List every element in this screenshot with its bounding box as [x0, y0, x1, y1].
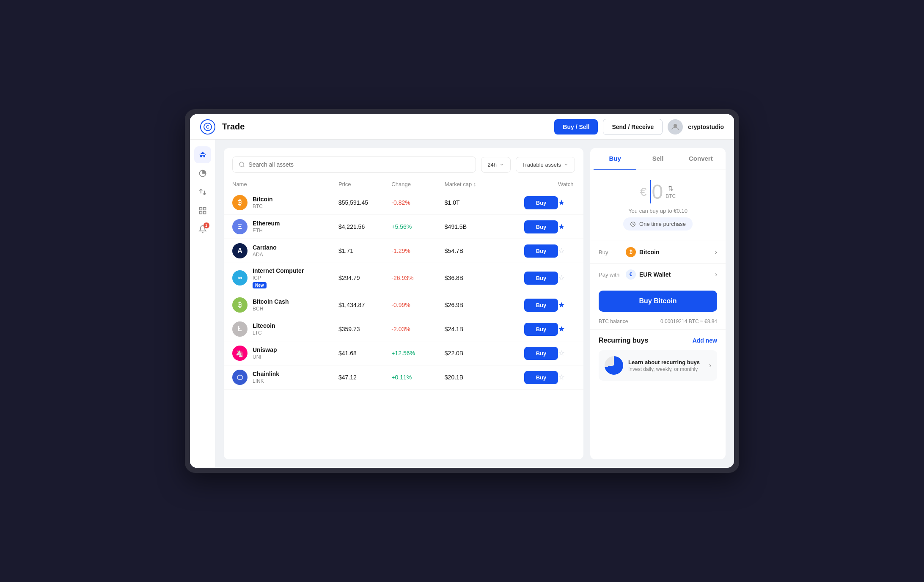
asset-change: -0.82%: [391, 199, 444, 206]
asset-market-cap: $36.8B: [445, 275, 524, 281]
search-input-wrap[interactable]: [232, 156, 476, 173]
buy-sell-button[interactable]: Buy / Sell: [554, 119, 598, 135]
amount-unit: ⇅ BTC: [666, 184, 676, 199]
asset-buy-button[interactable]: Buy: [524, 371, 558, 384]
buy-asset-value: ₿ Bitcoin: [626, 247, 715, 257]
asset-change: -0.99%: [391, 302, 444, 308]
asset-price: $1,434.87: [338, 302, 391, 308]
app-logo: C: [200, 119, 215, 135]
trade-tabs: Buy Sell Convert: [590, 148, 726, 170]
asset-info: Ł Litecoin LTC: [232, 321, 338, 337]
search-bar: 24h Tradable assets: [224, 148, 583, 173]
recurring-card[interactable]: Learn about recurring buys Invest daily,…: [599, 350, 717, 381]
asset-symbol: BCH: [253, 306, 289, 312]
asset-change: -1.29%: [391, 247, 444, 254]
one-time-purchase-button[interactable]: One time purchase: [623, 217, 693, 231]
asset-name: Chainlink: [253, 371, 279, 377]
asset-icon: Ł: [232, 321, 248, 337]
asset-name: Litecoin: [253, 322, 275, 329]
assets-panel: 24h Tradable assets Name Price Change: [224, 148, 583, 459]
asset-type-filter[interactable]: Tradable assets: [516, 157, 575, 173]
tab-convert[interactable]: Convert: [679, 148, 722, 170]
asset-buy-button[interactable]: Buy: [524, 220, 558, 233]
search-input[interactable]: [248, 161, 470, 168]
watchlist-star[interactable]: ☆: [558, 349, 575, 358]
asset-symbol: LTC: [253, 330, 275, 336]
watchlist-star[interactable]: ☆: [558, 246, 575, 255]
asset-symbol: ETH: [253, 228, 280, 233]
pay-with-value: € EUR Wallet: [626, 269, 715, 280]
table-row: A Cardano ADA $1.71 -1.29% $54.7B Buy ☆: [224, 239, 583, 263]
add-new-link[interactable]: Add new: [693, 337, 717, 344]
asset-symbol: UNI: [253, 354, 277, 360]
sidebar-item-notifications[interactable]: 1: [194, 221, 211, 238]
asset-buy-button[interactable]: Buy: [524, 244, 558, 258]
watchlist-star[interactable]: ☆: [558, 273, 575, 283]
recurring-icon: [605, 356, 623, 375]
amount-value: 0: [650, 180, 662, 203]
sidebar-item-portfolio[interactable]: [194, 165, 211, 182]
table-row: Ł Litecoin LTC $359.73 -2.03% $24.1B Buy…: [224, 317, 583, 341]
sidebar-item-home[interactable]: [194, 146, 211, 163]
svg-rect-4: [199, 208, 202, 210]
asset-buy-button[interactable]: Buy: [524, 272, 558, 285]
svg-point-2: [674, 124, 677, 127]
can-buy-text: You can buy up to €0.10: [628, 208, 688, 214]
asset-price: $47.12: [338, 374, 391, 381]
asset-info: 🦄 Uniswap UNI: [232, 346, 338, 361]
asset-icon: ∞: [232, 270, 248, 286]
watchlist-star[interactable]: ☆: [558, 373, 575, 382]
asset-buy-button[interactable]: Buy: [524, 299, 558, 312]
watchlist-star[interactable]: ★: [558, 300, 575, 310]
assets-table: Name Price Change Market cap ↕ Watch ₿ B…: [224, 173, 583, 395]
asset-buy-button[interactable]: Buy: [524, 347, 558, 360]
asset-price: $294.79: [338, 275, 391, 281]
sidebar-item-dashboard[interactable]: [194, 202, 211, 219]
currency-symbol: €: [640, 185, 647, 199]
asset-buy-button[interactable]: Buy: [524, 323, 558, 336]
asset-market-cap: $491.5B: [445, 223, 524, 230]
asset-icon: ₿: [232, 195, 248, 210]
chevron-right-icon-2: ›: [715, 271, 717, 278]
buy-asset-selector[interactable]: Buy ₿ Bitcoin ›: [590, 241, 726, 263]
recurring-section: Recurring buys Add new Learn about recur…: [590, 329, 726, 387]
tab-sell[interactable]: Sell: [636, 148, 679, 170]
pay-with-selector[interactable]: Pay with € EUR Wallet ›: [590, 263, 726, 286]
buy-bitcoin-button[interactable]: Buy Bitcoin: [599, 291, 717, 312]
amount-section: € 0 ⇅ BTC You can buy up to €0.10 One ti…: [590, 170, 726, 241]
asset-name: Cardano: [253, 244, 277, 251]
recurring-main: Learn about recurring buys: [628, 359, 704, 365]
asset-price: $359.73: [338, 326, 391, 332]
asset-info: ∞ Internet Computer ICP New: [232, 267, 338, 288]
asset-change: +5.56%: [391, 223, 444, 230]
asset-icon: A: [232, 243, 248, 258]
table-row: ⬡ Chainlink LINK $47.12 +0.11% $20.1B Bu…: [224, 365, 583, 390]
watchlist-star[interactable]: ★: [558, 222, 575, 231]
new-badge: New: [253, 282, 267, 288]
asset-symbol: ICP: [253, 275, 304, 281]
sidebar-item-transfer[interactable]: [194, 184, 211, 200]
time-filter[interactable]: 24h: [481, 157, 511, 173]
amount-display: € 0 ⇅ BTC: [640, 180, 676, 203]
tab-buy[interactable]: Buy: [594, 148, 636, 170]
asset-market-cap: $22.0B: [445, 350, 524, 357]
asset-market-cap: $54.7B: [445, 247, 524, 254]
asset-name: Bitcoin Cash: [253, 298, 289, 305]
btc-balance: BTC balance 0.00019214 BTC ≈ €8.84: [590, 317, 726, 329]
eur-icon: €: [626, 269, 636, 280]
table-row: ₿ Bitcoin Cash BCH $1,434.87 -0.99% $26.…: [224, 293, 583, 317]
watchlist-star[interactable]: ★: [558, 198, 575, 207]
asset-symbol: BTC: [253, 203, 272, 209]
clock-icon: [630, 221, 636, 227]
asset-info: ₿ Bitcoin Cash BCH: [232, 297, 338, 313]
asset-buy-button[interactable]: Buy: [524, 196, 558, 209]
asset-name: Internet Computer: [253, 267, 304, 274]
recurring-header: Recurring buys Add new: [599, 337, 717, 344]
asset-name: Bitcoin: [253, 196, 272, 203]
asset-info: ₿ Bitcoin BTC: [232, 195, 338, 210]
recurring-text: Learn about recurring buys Invest daily,…: [628, 359, 704, 372]
send-receive-button[interactable]: Send / Receive: [603, 119, 663, 135]
watchlist-star[interactable]: ★: [558, 324, 575, 334]
asset-market-cap: $24.1B: [445, 326, 524, 332]
chevron-right-icon-3: ›: [709, 362, 711, 369]
